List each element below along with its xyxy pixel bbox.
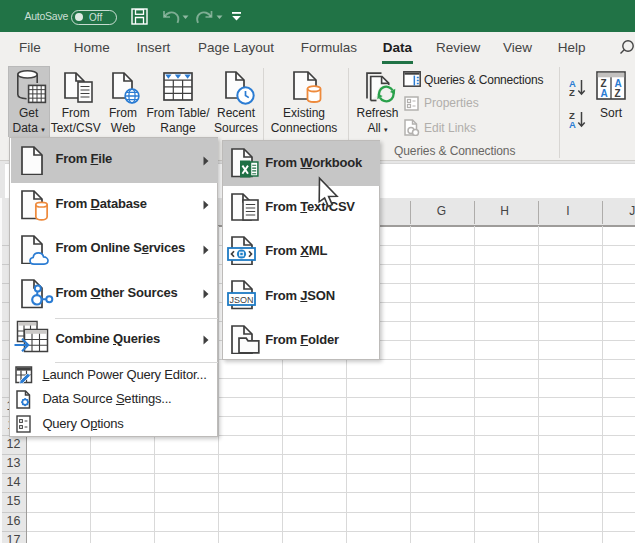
- svg-text:A: A: [601, 88, 608, 99]
- svg-text:A: A: [569, 119, 576, 129]
- svg-text:JSON: JSON: [230, 294, 254, 304]
- svg-text:Z: Z: [569, 87, 575, 97]
- svg-text:Z: Z: [615, 88, 621, 99]
